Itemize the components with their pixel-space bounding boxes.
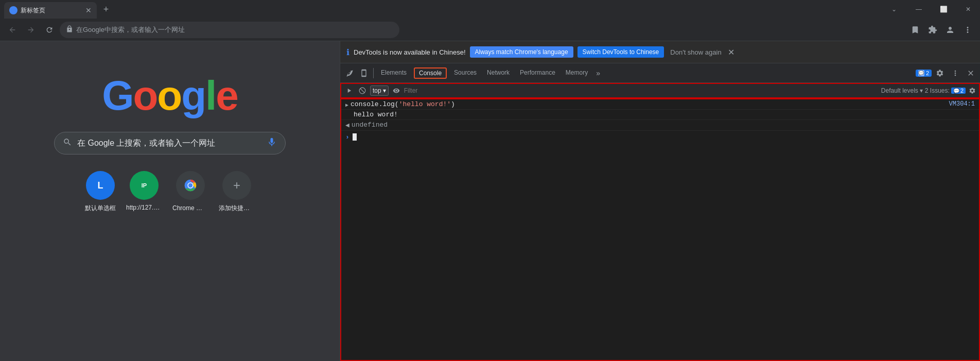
return-arrow-icon: ◀ bbox=[345, 121, 349, 129]
context-chevron-icon: ▾ bbox=[383, 87, 386, 94]
console-stream-button[interactable] bbox=[343, 85, 355, 96]
window-controls: ⌄ — ⬜ ✕ bbox=[882, 0, 980, 19]
console-settings-button[interactable] bbox=[968, 86, 977, 95]
shortcut-icon-2: IP bbox=[130, 171, 159, 200]
main-content: Google 在 Google 上搜索，或者输入一个网址 L 默认单选框 IP … bbox=[0, 41, 980, 361]
notification-text: DevTools is now available in Chinese! bbox=[354, 48, 466, 56]
console-log-call: console.log('hello word!') bbox=[351, 100, 949, 108]
tab-console[interactable]: Console bbox=[414, 67, 447, 79]
shortcut-icon-3 bbox=[176, 171, 205, 200]
shortcut-label-add: 添加快捷方式 bbox=[219, 204, 255, 213]
address-bar: 在Google中搜索，或者输入一个网址 bbox=[0, 19, 980, 41]
back-button[interactable] bbox=[4, 22, 21, 38]
tab-memory[interactable]: Memory bbox=[561, 63, 593, 82]
devtools-right-icons: 💬 2 bbox=[916, 66, 978, 80]
issues-badge[interactable]: 💬 2 bbox=[916, 70, 932, 77]
shortcut-label-3: Chrome 网上... bbox=[172, 204, 208, 213]
info-icon: ℹ bbox=[346, 47, 349, 57]
toolbar-separator-1 bbox=[373, 68, 374, 78]
tab-sources[interactable]: Sources bbox=[449, 63, 482, 82]
device-toolbar-button[interactable] bbox=[357, 66, 371, 80]
svg-line-6 bbox=[360, 89, 364, 93]
notification-close-button[interactable]: ✕ bbox=[728, 47, 734, 57]
logo-o1: o bbox=[133, 73, 157, 118]
switch-to-chinese-button[interactable]: Switch DevTools to Chinese bbox=[577, 46, 664, 58]
console-source-link-1[interactable]: VM304:1 bbox=[949, 100, 975, 108]
extensions-icon[interactable] bbox=[924, 22, 941, 38]
issues-text: 2 Issues: bbox=[925, 87, 950, 94]
tab-strip: 新标签页 ✕ + bbox=[0, 0, 882, 19]
expand-icon-1[interactable]: ▶ bbox=[345, 102, 348, 108]
url-lock-icon bbox=[66, 25, 73, 34]
devtools-menu-button[interactable] bbox=[948, 66, 962, 80]
url-bar[interactable]: 在Google中搜索，或者输入一个网址 bbox=[60, 22, 399, 38]
filter-input[interactable] bbox=[404, 87, 879, 94]
issues-count: 2 bbox=[926, 70, 929, 76]
console-output-text: hello word! bbox=[354, 111, 398, 118]
search-placeholder-text: 在 Google 上搜索，或者输入一个网址 bbox=[77, 138, 261, 149]
more-tabs-button[interactable]: » bbox=[593, 69, 603, 77]
default-levels-selector[interactable]: Default levels ▾ bbox=[881, 87, 923, 94]
maximize-button[interactable]: ⬜ bbox=[932, 0, 955, 19]
inspect-element-button[interactable] bbox=[342, 66, 357, 80]
tab-network[interactable]: Network bbox=[482, 63, 515, 82]
shortcut-1[interactable]: L 默认单选框 bbox=[85, 171, 116, 213]
console-output: ▶ console.log('hello word!') VM304:1 hel… bbox=[340, 98, 980, 361]
devtools-toolbar: Elements Console Sources Network Perform… bbox=[340, 63, 980, 83]
google-logo: Google bbox=[102, 72, 238, 119]
tab-elements[interactable]: Elements bbox=[376, 63, 412, 82]
console-keyword: console.log( bbox=[351, 100, 399, 108]
bookmark-icon[interactable] bbox=[907, 22, 923, 38]
settings-button[interactable] bbox=[933, 66, 947, 80]
dont-show-again-button[interactable]: Don't show again bbox=[670, 48, 721, 56]
console-line-1: ▶ console.log('hello word!') VM304:1 bbox=[341, 99, 979, 110]
microphone-icon[interactable] bbox=[267, 137, 277, 150]
context-selector[interactable]: top ▾ bbox=[370, 85, 389, 96]
logo-g: G bbox=[102, 73, 133, 118]
minimize-button[interactable]: — bbox=[907, 0, 931, 19]
console-prompt-icon: › bbox=[345, 133, 349, 141]
levels-label: Default levels bbox=[881, 87, 918, 94]
tab-performance[interactable]: Performance bbox=[515, 63, 561, 82]
levels-chevron-icon: ▾ bbox=[920, 87, 923, 94]
tab-close-button[interactable]: ✕ bbox=[84, 6, 93, 14]
devtools-notification-bar: ℹ DevTools is now available in Chinese! … bbox=[340, 41, 980, 63]
issues-badge-icon-sm: 💬 bbox=[953, 88, 959, 94]
reload-button[interactable] bbox=[41, 22, 58, 38]
logo-e: e bbox=[216, 73, 238, 118]
forward-button[interactable] bbox=[23, 22, 39, 38]
search-icon bbox=[63, 137, 72, 149]
console-input-line[interactable]: › bbox=[341, 131, 979, 143]
issues-badge-count: 2 bbox=[960, 88, 964, 94]
issues-filter[interactable]: 2 Issues: 💬 2 bbox=[925, 87, 966, 94]
console-filter-bar: top ▾ Default levels ▾ 2 Issues: 💬 2 bbox=[340, 83, 980, 98]
console-cursor bbox=[353, 133, 357, 141]
shortcut-label-2: http://127.0.0.... bbox=[126, 204, 162, 211]
menu-icon[interactable] bbox=[959, 22, 976, 38]
svg-point-0 bbox=[11, 8, 16, 13]
console-paren-close: ) bbox=[451, 100, 455, 108]
shortcut-3[interactable]: Chrome 网上... bbox=[172, 171, 208, 213]
shortcut-add[interactable]: + 添加快捷方式 bbox=[219, 171, 255, 213]
svg-point-4 bbox=[188, 183, 192, 187]
browser-page: Google 在 Google 上搜索，或者输入一个网址 L 默认单选框 IP … bbox=[0, 41, 340, 361]
devtools-panel: ℹ DevTools is now available in Chinese! … bbox=[340, 41, 980, 361]
search-bar[interactable]: 在 Google 上搜索，或者输入一个网址 bbox=[54, 132, 286, 154]
active-tab[interactable]: 新标签页 ✕ bbox=[4, 2, 97, 19]
issues-badge-icon: 💬 bbox=[918, 70, 924, 76]
chevron-button[interactable]: ⌄ bbox=[882, 0, 906, 19]
shortcut-2[interactable]: IP http://127.0.0.... bbox=[126, 171, 162, 213]
new-tab-button[interactable]: + bbox=[99, 2, 113, 16]
tab-favicon bbox=[9, 6, 18, 14]
console-undefined-text: undefined bbox=[352, 121, 388, 129]
console-line-2: hello word! bbox=[341, 110, 979, 120]
profile-icon[interactable] bbox=[942, 22, 958, 38]
title-bar: 新标签页 ✕ + ⌄ — ⬜ ✕ bbox=[0, 0, 980, 19]
clear-console-button[interactable] bbox=[357, 85, 368, 96]
shortcut-icon-add: + bbox=[222, 171, 251, 200]
eye-icon[interactable] bbox=[391, 85, 402, 96]
close-window-button[interactable]: ✕ bbox=[956, 0, 980, 19]
devtools-close-button[interactable] bbox=[964, 66, 978, 80]
toolbar-icons bbox=[907, 22, 976, 38]
always-match-language-button[interactable]: Always match Chrome's language bbox=[470, 46, 573, 58]
